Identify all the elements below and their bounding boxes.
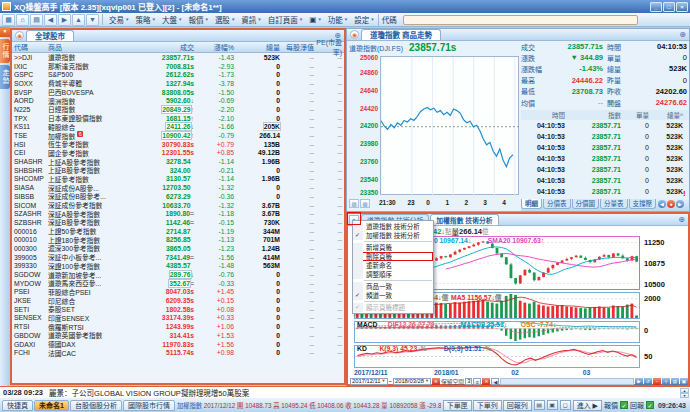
context-menu-item-3[interactable]: 新增頁籤 bbox=[353, 243, 433, 252]
bottom-tab-2[interactable]: 台股個股分析 bbox=[70, 400, 122, 411]
macd-pane[interactable]: MACDDIF12,26 27.79↓MACD9 35.53↓OSC -7.74… bbox=[354, 321, 640, 343]
mini-tab-0[interactable]: 明細 bbox=[521, 199, 542, 209]
menu-item-2[interactable]: 大盤▼ bbox=[159, 14, 185, 26]
side-tab-1[interactable]: 走勢 bbox=[0, 65, 10, 89]
apps-grid-icon[interactable]: ▦ bbox=[2, 14, 15, 26]
mini-tab-1[interactable]: 分價表 bbox=[543, 199, 571, 209]
tab-dow-trend[interactable]: 道瓊指數 商品走勢 bbox=[361, 29, 441, 40]
cell-pe: -- bbox=[314, 193, 344, 200]
context-menu-item-4[interactable]: 刪除頁籤 bbox=[353, 252, 433, 261]
page-icon[interactable]: ▤ bbox=[30, 14, 43, 26]
settings-icon[interactable]: ✕ bbox=[482, 378, 490, 385]
menu-item-7[interactable]: ▣▼ bbox=[306, 14, 325, 26]
intraday-chart[interactable] bbox=[380, 56, 519, 195]
menu-item-4[interactable]: 選股▼ bbox=[212, 14, 238, 26]
x-tick-label: 21:30 bbox=[379, 199, 396, 206]
cell-nav: -- bbox=[280, 271, 314, 278]
close-button[interactable]: × bbox=[676, 2, 688, 12]
chart-grid-icon[interactable]: ▥ bbox=[360, 199, 370, 208]
reset-view-icon[interactable]: ↺ bbox=[644, 378, 652, 385]
lock-icon[interactable]: ◻ bbox=[560, 400, 571, 410]
context-menu-item-8[interactable]: 商品一致 bbox=[353, 282, 433, 291]
zoom-out-icon[interactable]: − bbox=[653, 378, 661, 385]
chart-scrollbar[interactable] bbox=[500, 378, 634, 385]
kd-pane[interactable]: KDK(9,3) 45.23↓%D(9,3) 51.51↓% bbox=[354, 345, 640, 368]
report-status-checkbox[interactable]: ✓ bbox=[646, 401, 654, 409]
menu-item-10[interactable]: 代碼 bbox=[378, 14, 400, 26]
window-icon[interactable]: ▣ bbox=[547, 400, 558, 410]
quote-value: -- bbox=[548, 98, 603, 107]
menu-item-label: 重新命名 bbox=[366, 262, 392, 269]
code-input[interactable] bbox=[403, 15, 638, 25]
menu-item-6[interactable]: 自訂頁面▼ bbox=[265, 14, 306, 26]
mini-tab-2[interactable]: 分價圖 bbox=[572, 199, 600, 209]
scroll-right-icon[interactable]: ▶ bbox=[635, 378, 643, 385]
next-page-icon[interactable]: ▶ bbox=[676, 200, 684, 208]
forward-icon[interactable]: ▶ bbox=[58, 14, 71, 26]
bottom-tab-1[interactable]: 未命名1 bbox=[34, 400, 69, 411]
table-row[interactable]: IXIC那斯達克指數7008.81s-2.930---- bbox=[12, 62, 344, 71]
cell-price: 314.41s bbox=[122, 332, 194, 339]
printer-icon[interactable]: ▤ bbox=[534, 400, 545, 410]
zoom-in-icon[interactable]: ＋ bbox=[662, 378, 670, 385]
x-tick-label: 0 bbox=[426, 199, 430, 206]
tab-global-markets[interactable]: 全球股市 bbox=[26, 30, 74, 41]
quote-label: 最高 bbox=[521, 75, 548, 85]
menu-item-3[interactable]: 報價▼ bbox=[185, 14, 211, 26]
context-menu-item-0[interactable]: 道瓊指數 技術分析 bbox=[353, 222, 433, 231]
context-menu-item-5[interactable]: 重新命名 bbox=[353, 261, 433, 270]
minimize-button[interactable]: _ bbox=[650, 2, 662, 12]
apply-icon[interactable]: ✕ bbox=[432, 378, 440, 385]
global-quotes-panel: ◉ 全球股市 ⊕ 代碼商品成交漲幅%總量每股淨值PE(市盈率) >>DJI道瓊指… bbox=[10, 28, 346, 385]
menu-item-5[interactable]: 資訊▼ bbox=[238, 14, 264, 26]
bottom-button-2[interactable]: 回報列 bbox=[503, 400, 532, 411]
enter-button[interactable]: 進入 ▶ bbox=[573, 400, 602, 411]
chevron-down-icon: ▼ bbox=[257, 17, 261, 22]
menu-item-9[interactable]: 設定▼ bbox=[351, 14, 377, 26]
page-dot-icon[interactable]: ● bbox=[667, 200, 675, 208]
snapshot-icon[interactable]: ▤ bbox=[671, 378, 679, 385]
zoom-icon[interactable]: ⊕ bbox=[679, 30, 686, 39]
panel-menu-icon[interactable]: ◉ bbox=[15, 31, 24, 40]
list-icon[interactable]: ≡ bbox=[473, 378, 481, 385]
expand-down-icon[interactable]: ▼ bbox=[86, 14, 99, 26]
panel-dropdown-icon[interactable]: ▼ bbox=[0, 27, 10, 37]
collapse-up-icon[interactable]: ▲ bbox=[72, 14, 85, 26]
bottom-button-1[interactable]: 下單列 bbox=[473, 400, 502, 411]
back-icon[interactable]: ◀ bbox=[44, 14, 57, 26]
zoom-icon[interactable]: ⊕ bbox=[678, 215, 685, 224]
panel-menu-icon[interactable]: ◉ bbox=[350, 30, 359, 39]
tools-icon[interactable]: ▣ bbox=[680, 378, 688, 385]
volume-value: 205K bbox=[264, 123, 280, 130]
cell-code: N225 bbox=[12, 106, 48, 113]
quotes-rows: >>DJI道瓊指數23857.71s-1.43523K----IXIC那斯達克指… bbox=[12, 53, 344, 357]
cell-nav: -- bbox=[280, 349, 314, 356]
bottom-tab-3[interactable]: 國際股市行情 bbox=[123, 400, 175, 411]
menu-item-8[interactable]: 功能▼ bbox=[325, 14, 351, 26]
bottom-tab-0[interactable]: 快捷頁 bbox=[2, 400, 33, 411]
bottom-button-0[interactable]: 下單匣 bbox=[443, 400, 472, 411]
mini-tab-4[interactable]: 支撐壓 bbox=[629, 199, 657, 209]
menu-item-0[interactable]: 交易▼ bbox=[106, 14, 132, 26]
scroll-left-icon[interactable]: ◀ bbox=[491, 378, 499, 385]
context-menu-item-6[interactable]: 調整順序 bbox=[353, 270, 433, 279]
tech-tab-1[interactable]: 加權指數 技術分析 bbox=[430, 214, 498, 225]
keep-space-input[interactable]: 3 bbox=[465, 378, 472, 385]
table-row[interactable]: FCHI法國CAC5115.74s+0.980---- bbox=[12, 348, 344, 357]
scroll-down-icon[interactable]: ▼ bbox=[680, 393, 689, 398]
context-menu-item-9[interactable]: ✓頻道一致 bbox=[353, 291, 433, 300]
menu-item-1[interactable]: 策略▼ bbox=[132, 14, 158, 26]
date-to-select[interactable]: 2018/03/28▼ bbox=[393, 378, 431, 385]
chart-style-icon[interactable]: ▧ bbox=[349, 199, 359, 208]
date-from-select[interactable]: 2017/12/11▼ bbox=[350, 378, 388, 385]
side-tab-0[interactable]: 行情 bbox=[0, 39, 10, 63]
mini-tab-3[interactable]: 分量表 bbox=[600, 199, 628, 209]
news-bar[interactable]: 03/28 09:23 麗景：子公司GLOBAL VISION GROUP擬辦理… bbox=[0, 386, 690, 398]
context-menu-item-1[interactable]: ✓加權指數 技術分析 bbox=[353, 231, 433, 240]
menu-item-label: 調整順序 bbox=[366, 271, 392, 278]
cell-change: -1.13 bbox=[194, 236, 234, 243]
prev-page-icon[interactable]: ◀ bbox=[658, 200, 666, 208]
maximize-button[interactable]: □ bbox=[663, 2, 675, 12]
quote-status-checkbox[interactable]: ✓ bbox=[620, 401, 628, 409]
home-icon[interactable]: ⌂ bbox=[16, 14, 29, 26]
